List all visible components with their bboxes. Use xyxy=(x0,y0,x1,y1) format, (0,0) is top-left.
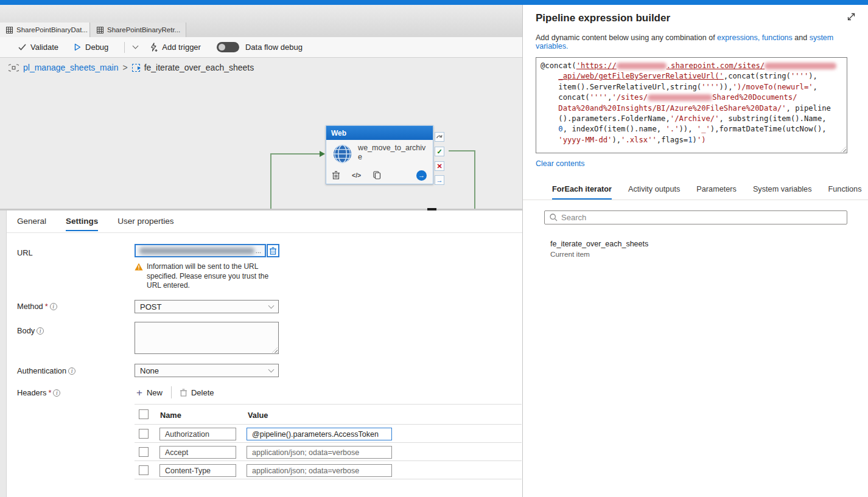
redacted-text xyxy=(617,63,667,69)
checkmark-icon xyxy=(18,44,26,50)
select-all-checkbox[interactable] xyxy=(139,409,149,419)
debug-options-dropdown[interactable] xyxy=(133,46,138,48)
authentication-select[interactable]: None xyxy=(135,364,279,377)
debug-button[interactable]: Debug xyxy=(74,43,108,52)
info-icon: i xyxy=(53,389,60,397)
doc-tab-sharepointbinaryretr[interactable]: SharePointBinaryRetr... xyxy=(91,23,186,37)
panel-subtitle: Add dynamic content below using any comb… xyxy=(523,24,868,50)
data-flow-debug-toggle[interactable] xyxy=(217,42,239,52)
copy-icon[interactable] xyxy=(373,171,381,179)
expand-icon[interactable] xyxy=(847,12,856,21)
skip-icon[interactable] xyxy=(435,132,444,142)
node-header: Web xyxy=(326,126,433,140)
row-checkbox[interactable] xyxy=(139,447,149,457)
tab-foreach-iterator[interactable]: ForEach iterator xyxy=(552,185,612,200)
code-icon[interactable]: </> xyxy=(352,172,361,179)
connector-line-in-vertical xyxy=(270,153,271,209)
chevron-down-icon xyxy=(133,43,139,49)
resize-handle[interactable] xyxy=(841,147,846,152)
header-value-input[interactable]: @pipeline().parameters.AccessToken xyxy=(247,428,392,440)
url-label: URL xyxy=(17,248,33,257)
clear-url-button[interactable] xyxy=(267,244,279,257)
foreach-icon xyxy=(132,64,140,72)
failure-x-icon[interactable]: ✕ xyxy=(435,161,444,171)
tab-activity-outputs[interactable]: Activity outputs xyxy=(628,185,680,200)
header-name-input[interactable]: Authorization xyxy=(159,428,236,440)
expressions-link[interactable]: expressions, xyxy=(717,33,760,42)
search-box xyxy=(544,210,847,224)
expression-line: 0, indexOf(item().name, '.')), '_'),form… xyxy=(541,124,838,134)
redacted-url-value xyxy=(139,248,254,254)
tab-user-properties[interactable]: User properties xyxy=(117,217,173,231)
foreach-current-item[interactable]: fe_iterate_over_each_sheets Current item xyxy=(550,240,868,259)
headers-label: Headers*i xyxy=(17,388,60,397)
warning-icon xyxy=(135,263,143,271)
web-activity-node[interactable]: Web we_move_to_archive xyxy=(326,125,433,184)
doc-tab-label: SharePointBinaryDat... xyxy=(16,26,88,33)
expression-line: @concat('https://.sharepoint.com/sites/ xyxy=(541,61,838,71)
authentication-label: Authenticationi xyxy=(17,366,75,375)
table-grid-icon xyxy=(97,27,103,33)
pipeline-toolbar: Validate Debug Add trigger Data flow deb… xyxy=(0,37,522,58)
add-trigger-button[interactable]: Add trigger xyxy=(150,43,201,52)
body-label: Bodyi xyxy=(17,326,44,335)
tab-settings[interactable]: Settings xyxy=(66,217,98,231)
tab-general[interactable]: General xyxy=(17,217,46,231)
functions-link[interactable]: functions xyxy=(762,33,793,42)
success-check-icon[interactable]: ✓ xyxy=(435,147,444,156)
trash-icon xyxy=(180,389,187,397)
body-textarea[interactable] xyxy=(135,322,279,354)
add-trigger-label: Add trigger xyxy=(162,43,201,52)
header-value-input[interactable]: application/json; odata=verbose xyxy=(247,464,392,477)
expression-line: ().parameters.FolderName,'/Archive/', su… xyxy=(541,114,838,124)
validate-button[interactable]: Validate xyxy=(18,43,58,52)
new-header-button[interactable]: +New xyxy=(136,388,163,397)
left-gutter xyxy=(0,210,7,497)
search-input[interactable] xyxy=(561,213,842,222)
resize-handle[interactable] xyxy=(272,347,278,353)
data-flow-debug-label: Data flow debug xyxy=(245,43,303,52)
table-grid-icon xyxy=(6,27,13,33)
expression-tabs: ForEach iterator Activity outputs Parame… xyxy=(552,185,868,200)
panel-title: Pipeline expression builder xyxy=(536,12,670,24)
lightning-plus-icon xyxy=(150,43,158,52)
tab-functions[interactable]: Functions xyxy=(828,185,862,200)
adf-pipeline-editor: SharePointBinaryDat... SharePointBinaryR… xyxy=(0,0,868,497)
tab-system-variables[interactable]: System variables xyxy=(753,185,812,200)
breadcrumb-activity: fe_iterate_over_each_sheets xyxy=(144,63,254,72)
redacted-text xyxy=(765,63,836,69)
header-value-input[interactable]: application/json; odata=verbose xyxy=(247,446,392,459)
url-warning: Information will be sent to the URL spec… xyxy=(135,262,279,291)
tab-parameters[interactable]: Parameters xyxy=(696,185,737,200)
url-field[interactable]: ... xyxy=(135,244,266,257)
breadcrumb-pipeline-link[interactable]: pl_manage_sheets_main xyxy=(23,63,118,72)
search-icon xyxy=(550,214,558,221)
info-icon: i xyxy=(68,367,75,375)
properties-tabs: General Settings User properties xyxy=(17,217,174,231)
redacted-text xyxy=(648,94,712,101)
row-checkbox[interactable] xyxy=(139,429,149,439)
pipeline-canvas[interactable]: pl_manage_sheets_main > fe_iterate_over_… xyxy=(0,58,522,209)
chevron-down-icon xyxy=(268,366,275,372)
trash-icon[interactable] xyxy=(332,171,340,179)
authentication-value: None xyxy=(140,366,159,375)
clear-contents-link[interactable]: Clear contents xyxy=(536,159,585,168)
expression-input[interactable]: @concat('https://.sharepoint.com/sites/ … xyxy=(536,57,847,153)
header-name-input[interactable]: Content-Type xyxy=(159,464,236,477)
top-accent-bar xyxy=(0,0,868,5)
go-arrow-icon[interactable]: → xyxy=(416,170,427,181)
delete-header-button[interactable]: Delete xyxy=(180,388,214,397)
node-footer: </> → xyxy=(326,167,433,184)
method-select[interactable]: POST xyxy=(135,300,279,313)
connector-line-out-vertical xyxy=(474,150,475,209)
toolbar-divider xyxy=(124,42,125,53)
globe-icon xyxy=(332,144,352,164)
header-name-input[interactable]: Accept xyxy=(159,446,236,459)
play-icon xyxy=(74,43,81,51)
info-icon: i xyxy=(50,303,57,310)
completion-arrow-icon[interactable]: → xyxy=(435,175,444,185)
row-checkbox[interactable] xyxy=(139,465,149,475)
expression-builder-panel: Pipeline expression builder Add dynamic … xyxy=(522,5,868,497)
expression-line: Data%20and%20Insights/BI/Azure%20FileSha… xyxy=(541,103,838,114)
doc-tab-sharepointbinarydat[interactable]: SharePointBinaryDat... xyxy=(0,23,90,37)
